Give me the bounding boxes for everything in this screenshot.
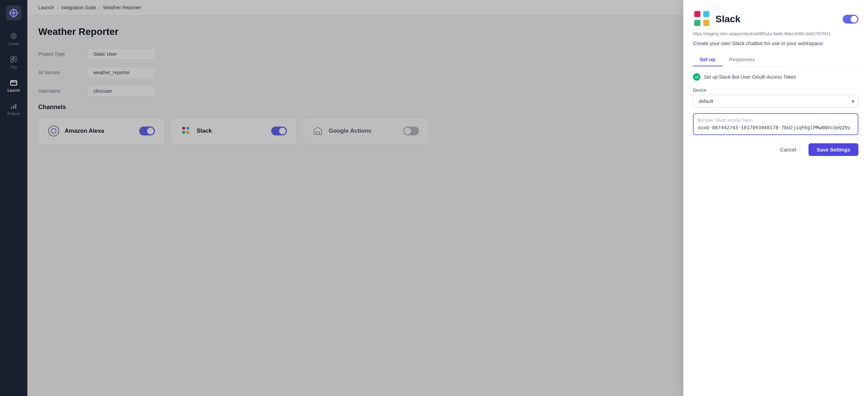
svg-rect-23 [703, 20, 709, 26]
test-icon [10, 55, 18, 64]
panel-url: https://staging.clinc.ai/apps/slack/a438… [693, 31, 858, 36]
svg-point-11 [13, 81, 13, 82]
device-select[interactable]: default [693, 95, 858, 108]
launch-icon [10, 79, 18, 87]
sidebar-item-launch[interactable]: Launch [2, 75, 26, 96]
svg-point-5 [13, 35, 15, 37]
panel-description: Create your own Slack chatbot for use in… [693, 40, 858, 46]
main-content: Launch › Integration Suite › Weather Rep… [27, 0, 868, 396]
token-container: Bot User OAuth Access Token xoxb-8874427… [693, 113, 858, 135]
panel-slack-logo [693, 10, 711, 29]
panel-tabs: Set up Responses [693, 53, 858, 66]
setup-item-label: Set up Slack Bot User OAuth Access Token [704, 74, 796, 80]
sidebar-item-analyze[interactable]: Analyze [2, 98, 26, 119]
save-settings-button[interactable]: Save Settings [808, 143, 858, 156]
cancel-button[interactable]: Cancel [772, 143, 804, 156]
sidebar-item-launch-label: Launch [8, 88, 20, 92]
token-label: Bot User OAuth Access Token [698, 118, 854, 123]
sidebar-item-test-label: Test [10, 65, 17, 69]
svg-rect-22 [694, 20, 700, 26]
svg-rect-8 [11, 60, 13, 62]
app-logo [6, 5, 21, 21]
svg-rect-14 [15, 104, 16, 109]
slack-panel: Slack https://staging.clinc.ai/apps/slac… [683, 0, 868, 396]
svg-rect-21 [703, 11, 709, 17]
panel-title-row: Slack [693, 10, 740, 29]
analyze-icon [10, 102, 18, 110]
sidebar-item-create[interactable]: Create [2, 29, 26, 49]
tab-responses[interactable]: Responses [722, 53, 762, 66]
check-icon [693, 73, 700, 81]
panel-header: Slack [693, 10, 858, 29]
device-select-wrapper: default ▾ [693, 95, 858, 108]
device-label: Device [693, 88, 858, 93]
token-value[interactable]: xoxb-887442743-1017093948178-7bU2j1qF6gl… [698, 125, 854, 130]
tab-setup[interactable]: Set up [693, 53, 722, 66]
create-icon [10, 32, 18, 40]
sidebar-item-create-label: Create [8, 42, 19, 46]
setup-item: Set up Slack Bot User OAuth Access Token [693, 73, 858, 81]
svg-rect-13 [13, 105, 14, 109]
sidebar-item-analyze-label: Analyze [7, 111, 20, 116]
svg-rect-20 [694, 11, 700, 17]
sidebar-item-test[interactable]: Test [2, 52, 26, 72]
device-section: Device default ▾ [693, 88, 858, 108]
svg-point-10 [12, 81, 12, 82]
panel-actions: Cancel Save Settings [693, 143, 858, 156]
panel-slack-toggle[interactable] [843, 15, 858, 24]
svg-rect-7 [14, 57, 16, 59]
svg-rect-6 [11, 57, 13, 59]
svg-rect-12 [11, 107, 12, 109]
sidebar: Create Test Launch [0, 0, 27, 396]
panel-title: Slack [715, 14, 740, 25]
